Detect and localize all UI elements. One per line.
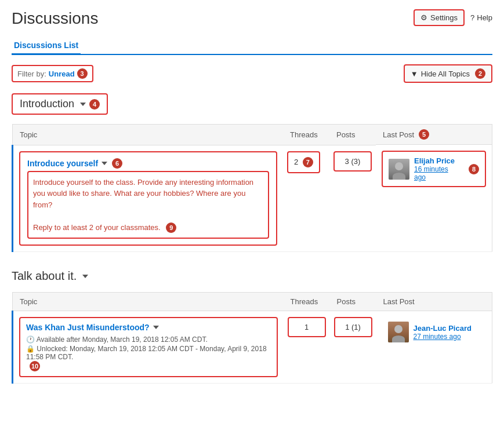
- col-threads-1: Threads: [283, 125, 329, 145]
- availability-line2: 🔒 Unlocked: Monday, March 19, 2018 12:05…: [26, 345, 271, 361]
- poster-name: Elijah Price: [414, 156, 462, 165]
- filter-label: Filter by:: [17, 70, 46, 78]
- avatar2: [388, 322, 409, 342]
- settings-label: Settings: [430, 13, 458, 22]
- section2-header[interactable]: Talk about it.: [12, 269, 492, 283]
- col-posts-2: Posts: [330, 293, 376, 311]
- lock-icon: 🔒: [26, 345, 35, 353]
- threads-count: 2 7: [287, 151, 320, 173]
- col-threads-2: Threads: [284, 293, 330, 311]
- threads-badge-7: 7: [303, 157, 313, 167]
- top-right-actions: ⚙ Settings ? Help: [414, 9, 492, 26]
- section2-title: Talk about it.: [12, 269, 77, 283]
- avatar2-image: [388, 322, 409, 342]
- section1-chevron-icon: [80, 103, 86, 106]
- topic-name-link[interactable]: Introduce yourself: [27, 159, 107, 168]
- table-row: Was Khan Just Misunderstood? 🕐 Available…: [13, 311, 492, 384]
- topic2-name-link[interactable]: Was Khan Just Misunderstood?: [26, 323, 159, 332]
- hide-all-badge: 2: [475, 68, 485, 79]
- posts-count: 3 (3): [333, 151, 372, 172]
- topic2-badge-10: 10: [30, 361, 40, 371]
- threads-cell: 2 7: [283, 145, 329, 252]
- page-title: Discussions: [12, 9, 98, 28]
- topic-name-cell: Introduce yourself 6 Introduce yourself …: [13, 145, 283, 252]
- topic2-name-cell: Was Khan Just Misunderstood? 🕐 Available…: [13, 311, 284, 384]
- avatar-image: [389, 159, 409, 180]
- filter-bar[interactable]: Filter by: Unread 3: [12, 65, 93, 82]
- table-row: Introduce yourself 6 Introduce yourself …: [13, 145, 492, 252]
- topic2-name-text: Was Khan Just Misunderstood?: [26, 323, 150, 332]
- threads2-count: 1: [288, 317, 326, 337]
- topic2-inner: Was Khan Just Misunderstood? 🕐 Available…: [19, 317, 278, 377]
- topic-inner: Introduce yourself 6 Introduce yourself …: [19, 151, 277, 246]
- section1-header[interactable]: Introduction 4: [12, 93, 108, 115]
- tab-bar: Discussions List: [12, 37, 492, 55]
- poster2-name: Jean-Luc Picard: [414, 324, 472, 333]
- posts2-count: 1 (1): [334, 317, 372, 337]
- topic2-chevron-icon: [153, 326, 159, 329]
- topic-badge-9: 9: [166, 222, 176, 233]
- col-lastpost-badge-5: 5: [419, 129, 429, 140]
- col-topic-1: Topic: [13, 125, 283, 145]
- settings-button[interactable]: ⚙ Settings: [414, 9, 465, 26]
- topic-description: Introduce yourself to the class. Provide…: [27, 171, 269, 239]
- topic-chevron-icon: [101, 162, 107, 165]
- last-post2-cell: Jean-Luc Picard 27 minutes ago: [376, 311, 492, 384]
- avatar: [389, 159, 409, 180]
- section1-badge: 4: [89, 99, 100, 110]
- posts2-cell: 1 (1): [330, 311, 376, 384]
- col-lastpost-1: Last Post: [383, 130, 414, 139]
- availability-line1: 🕐 Available after Monday, March 19, 2018…: [26, 335, 271, 344]
- posts-cell: 3 (3): [329, 145, 376, 252]
- section1-table: Topic Threads Posts Last Post 5 Introduc…: [12, 124, 492, 252]
- topic-badge-6: 6: [112, 158, 122, 169]
- hide-all-label: Hide All Topics: [421, 70, 470, 78]
- last-post-cell: Elijah Price 16 minutes ago 8: [376, 145, 492, 252]
- section2-table: Topic Threads Posts Last Post Was Khan J…: [12, 292, 492, 384]
- topic-desc-text: Introduce yourself to the class. Provide…: [33, 178, 253, 232]
- hide-all-topics-button[interactable]: ▼ Hide All Topics 2: [404, 64, 492, 83]
- filter-badge: 3: [77, 68, 88, 79]
- help-button[interactable]: ? Help: [470, 13, 492, 22]
- clock-icon: 🕐: [26, 335, 35, 344]
- tab-discussions-list[interactable]: Discussions List: [12, 37, 81, 55]
- triangle-down-icon: ▼: [411, 70, 418, 78]
- section2: Talk about it. Topic Threads Posts Last …: [12, 269, 492, 384]
- last-post-info: Elijah Price 16 minutes ago: [414, 156, 462, 181]
- gear-icon: ⚙: [420, 13, 427, 22]
- filter-value: Unread: [49, 70, 75, 78]
- col-topic-2: Topic: [13, 293, 284, 311]
- filter-row: Filter by: Unread 3 ▼ Hide All Topics 2: [12, 64, 492, 83]
- help-label: Help: [477, 13, 492, 22]
- last-post2-info: Jean-Luc Picard 27 minutes ago: [414, 324, 472, 341]
- threads2-cell: 1: [284, 311, 330, 384]
- help-icon: ?: [470, 13, 474, 22]
- lastpost-badge-8: 8: [469, 164, 479, 174]
- post-time: 16 minutes ago: [414, 165, 462, 181]
- col-posts-1: Posts: [329, 125, 376, 145]
- last-post2-content: Jean-Luc Picard 27 minutes ago: [382, 317, 487, 347]
- section2-chevron-icon: [82, 275, 88, 278]
- last-post-content: Elijah Price 16 minutes ago 8: [382, 151, 486, 187]
- section1-title: Introduction: [20, 98, 74, 110]
- topic-name-text: Introduce yourself: [27, 159, 98, 168]
- col-lastpost-2: Last Post: [376, 293, 492, 311]
- post2-time: 27 minutes ago: [414, 333, 472, 341]
